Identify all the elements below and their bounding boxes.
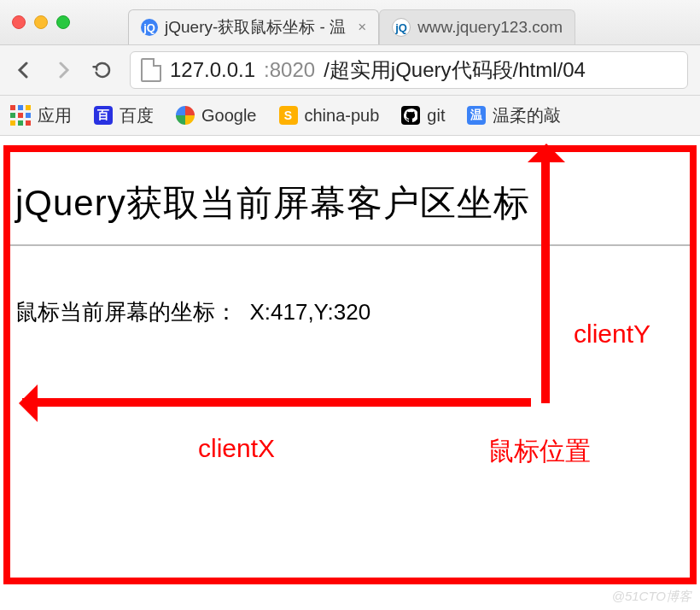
toolbar: 127.0.0.1:8020/超实用jQuery代码段/html/04 [0,45,700,96]
bookmark-google[interactable]: Google [176,106,257,126]
bookmark-wenrou[interactable]: 温 温柔的敲 [467,104,561,127]
divider [10,244,690,246]
tab-title: jQuery-获取鼠标坐标 - 温 [165,16,346,38]
page-content: jQuery获取当前屏幕客户区坐标 鼠标当前屏幕的坐标： X:417,Y:320 [10,152,690,327]
arrow-left-icon [15,62,32,79]
window-controls [12,15,70,29]
page-icon [141,58,161,82]
tab-strip: jQ jQuery-获取鼠标坐标 - 温 × jQ www.jquery123.… [128,0,575,44]
coord-value: X:417,Y:320 [249,299,370,325]
reload-button[interactable] [90,60,114,80]
url-host: 127.0.0.1 [170,58,255,82]
arrow-right-icon [55,62,72,79]
reload-icon [92,60,113,80]
bookmark-apps[interactable]: 应用 [10,104,72,127]
coord-label: 鼠标当前屏幕的坐标： [15,299,237,325]
annotated-viewport: jQuery获取当前屏幕客户区坐标 鼠标当前屏幕的坐标： X:417,Y:320… [3,145,697,584]
page-heading: jQuery获取当前屏幕客户区坐标 [15,179,690,227]
clienty-arrow-icon [541,147,550,403]
tab-title: www.jquery123.com [417,18,563,37]
browser-window: jQ jQuery-获取鼠标坐标 - 温 × jQ www.jquery123.… [0,0,700,610]
google-icon [176,106,195,125]
bookmark-chinapub[interactable]: S china-pub [279,106,380,126]
bookmark-baidu[interactable]: 百 百度 [94,104,154,127]
github-icon [401,106,420,125]
bookmark-label: 温柔的敲 [493,104,561,127]
bookmarks-bar: 应用 百 百度 Google S china-pub git 温 温柔的敲 [0,96,700,136]
baidu-icon: 百 [94,106,113,125]
tab-close-icon[interactable]: × [358,19,366,36]
url-path: /超实用jQuery代码段/html/04 [324,56,586,84]
jquery-favicon-icon: jQ [392,18,411,37]
maximize-window-button[interactable] [56,15,70,29]
bookmark-label: Google [201,106,257,126]
url-port: :8020 [264,58,315,82]
clientx-label: clientX [198,434,275,463]
tab-inactive[interactable]: jQ www.jquery123.com [379,9,575,44]
tab-active[interactable]: jQ jQuery-获取鼠标坐标 - 温 × [128,9,379,44]
bookmark-git[interactable]: git [401,106,445,126]
close-window-button[interactable] [12,15,26,29]
minimize-window-button[interactable] [34,15,48,29]
wenrou-icon: 温 [467,106,486,125]
bookmark-label: 应用 [38,104,72,127]
titlebar: jQ jQuery-获取鼠标坐标 - 温 × jQ www.jquery123.… [0,0,700,45]
forward-button[interactable] [51,62,75,79]
clientx-arrow-icon [22,398,531,407]
bookmark-label: china-pub [305,106,380,126]
mouse-position-label: 鼠标位置 [488,434,591,469]
bookmark-label: 百度 [120,104,154,127]
bookmark-label: git [427,106,445,126]
chinapub-icon: S [279,106,298,125]
back-button[interactable] [12,62,36,79]
address-bar[interactable]: 127.0.0.1:8020/超实用jQuery代码段/html/04 [130,51,688,89]
clienty-label: clientY [574,320,650,349]
jquery-favicon-icon: jQ [141,19,158,36]
watermark: @51CTO博客 [612,589,691,605]
apps-grid-icon [10,105,31,126]
